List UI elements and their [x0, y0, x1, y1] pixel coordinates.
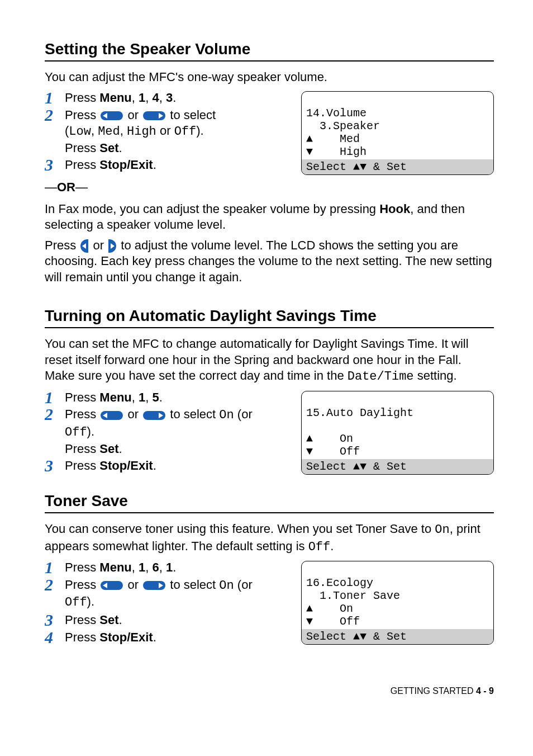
step-text: Press: [65, 91, 99, 105]
nav-left-icon: [101, 111, 123, 120]
nav-left-icon: [101, 581, 123, 590]
step-1: 1 Press Menu, 1, 4, 3.: [65, 90, 291, 106]
step-3: 3 Press Stop/Exit.: [65, 458, 291, 474]
lcd-display: 15.Auto Daylight ▲ On ▼ Off Select ▲▼ & …: [301, 391, 494, 475]
step-number: 2: [45, 104, 53, 126]
page-footer: GETTING STARTED 4 - 9: [45, 686, 494, 697]
step-2: 2 Press or to select (Low, Med, High or …: [65, 107, 291, 157]
step-4: 4 Press Stop/Exit.: [65, 630, 291, 646]
heading-toner-save: Toner Save: [45, 491, 494, 513]
step-3: 3 Press Set.: [65, 612, 291, 629]
set-key: Set: [99, 442, 118, 456]
lcd-display: 16.Ecology 1.Toner Save ▲ On ▼ Off Selec…: [301, 561, 494, 645]
steps-list: 1 Press Menu, 1, 5. 2 Press or to select…: [45, 390, 291, 474]
stop-exit-key: Stop/Exit: [99, 158, 153, 172]
step-2: 2 Press or to select On (or Off). Press …: [65, 407, 291, 457]
step-number: 3: [45, 154, 53, 176]
nav-right-icon: [143, 411, 165, 420]
heading-speaker-volume: Setting the Speaker Volume: [45, 39, 494, 62]
menu-key: Menu: [99, 91, 131, 105]
lcd-footer: Select ▲▼ & Set: [302, 459, 493, 474]
lcd-footer: Select ▲▼ & Set: [302, 159, 493, 174]
or-divider: —OR—: [45, 179, 494, 196]
nav-right-icon: [143, 581, 165, 590]
paragraph: In Fax mode, you can adjust the speaker …: [45, 201, 494, 233]
hook-key: Hook: [379, 202, 410, 216]
menu-key: Menu: [99, 560, 131, 574]
lcd-display: 14.Volume 3.Speaker ▲ Med ▼ High Select …: [301, 91, 494, 175]
step-1: 1 Press Menu, 1, 5.: [65, 390, 291, 406]
step-number: 2: [45, 574, 53, 596]
nav-left-icon: [101, 411, 123, 420]
set-key: Set: [99, 141, 118, 155]
step-3: 3 Press Stop/Exit.: [65, 157, 291, 173]
intro-text: You can set the MFC to change automatica…: [45, 336, 494, 385]
step-number: 3: [45, 455, 53, 476]
step-number: 2: [45, 403, 53, 425]
nav-right-icon: [143, 111, 165, 120]
stop-exit-key: Stop/Exit: [99, 630, 153, 644]
menu-key: Menu: [99, 390, 131, 404]
footer-label: GETTING STARTED: [391, 686, 476, 696]
page-number: 4 - 9: [476, 686, 494, 696]
set-key: Set: [99, 613, 118, 627]
heading-daylight: Turning on Automatic Daylight Savings Ti…: [45, 306, 494, 328]
paragraph: Press or to adjust the volume level. The…: [45, 238, 494, 286]
volume-down-icon: [80, 239, 88, 253]
step-1: 1 Press Menu, 1, 6, 1.: [65, 560, 291, 576]
lcd-footer: Select ▲▼ & Set: [302, 629, 493, 644]
stop-exit-key: Stop/Exit: [99, 459, 153, 472]
step-2: 2 Press or to select On (or Off).: [65, 577, 291, 611]
volume-up-icon: [108, 239, 116, 253]
step-number: 4: [45, 626, 53, 648]
intro-text: You can adjust the MFC's one-way speaker…: [45, 69, 494, 86]
intro-text: You can conserve toner using this featur…: [45, 521, 494, 555]
steps-list: 1 Press Menu, 1, 6, 1. 2 Press or to sel…: [45, 560, 291, 645]
steps-list: 1 Press Menu, 1, 4, 3. 2 Press or to sel…: [45, 90, 291, 173]
